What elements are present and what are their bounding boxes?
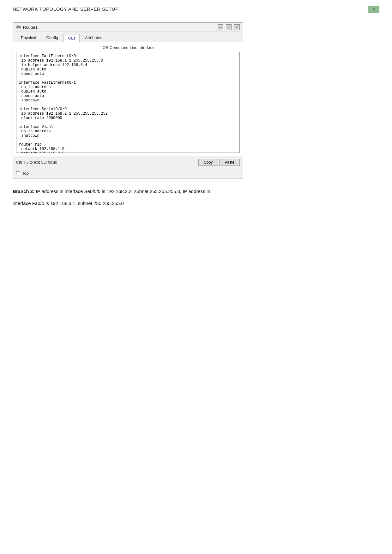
svg-rect-2 [18,27,19,27]
top-label: Top [22,171,29,176]
tab-config[interactable]: Config [41,34,63,42]
minimize-button[interactable]: — [218,24,223,30]
close-button[interactable]: × [234,24,240,30]
svg-rect-1 [17,27,18,27]
tab-physical[interactable]: Physical [16,34,41,42]
window-controls: — □ × [218,24,240,30]
page-title: NETWORK TOPOLOGY AND SERVER SETUP [13,6,118,12]
cli-hint-text: Ctrl+F6 to exit CLI focus [16,160,57,165]
copy-button[interactable]: Copy [198,159,218,166]
window-body: IOS Command Line Interface interface Fas… [13,42,243,156]
cli-terminal[interactable]: interface FastEthernet0/0 ip address 192… [16,52,240,153]
top-checkbox[interactable] [16,171,20,175]
body-text-2: interface Fa0/0 is 192.168.3.1, subnet 2… [13,199,379,208]
page-number: 2 [368,6,379,13]
tab-attributes[interactable]: Attributes [80,34,107,42]
router1-window: Router1 — □ × Physical Config CLI Attrib… [13,22,243,178]
router-icon [16,25,21,30]
body-text-1: Branch 2: IP address in interface Se0/0/… [13,187,379,196]
ios-label: IOS Command Line Interface [16,45,240,50]
tab-bar: Physical Config CLI Attributes [13,32,243,42]
paste-button[interactable]: Paste [219,159,240,166]
title-bar: Router1 — □ × [13,23,243,32]
page-header: NETWORK TOPOLOGY AND SERVER SETUP 2 [13,6,379,13]
tab-cli[interactable]: CLI [63,34,80,42]
svg-rect-3 [20,27,20,27]
window-title-text: Router1 [23,25,38,30]
top-area: Top [13,168,243,178]
maximize-button[interactable]: □ [226,24,232,30]
cli-action-buttons: Copy Paste [198,159,240,166]
cli-bottom-bar: Ctrl+F6 to exit CLI focus Copy Paste [13,156,243,168]
title-bar-left: Router1 [16,25,38,30]
svg-line-4 [17,25,18,26]
